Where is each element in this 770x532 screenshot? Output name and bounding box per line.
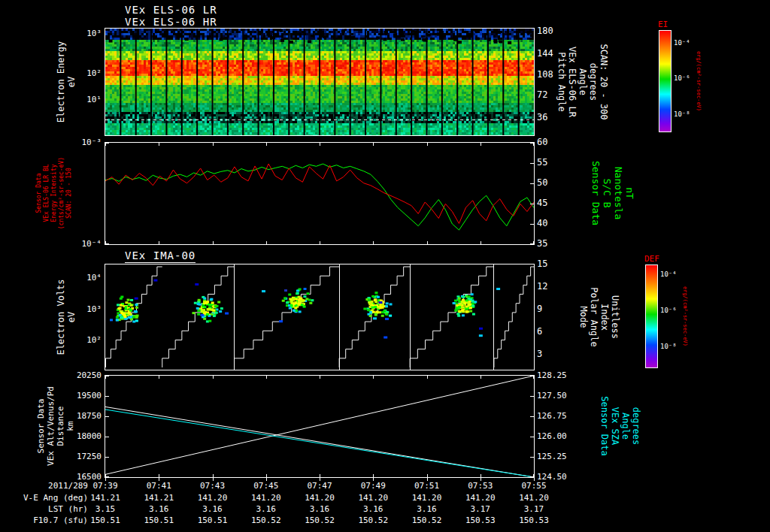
- bottom-row-value: 3.16: [405, 504, 450, 514]
- els-y-axis-label-line: eV: [66, 41, 77, 122]
- time-tick-label: 07:55: [511, 481, 556, 491]
- line2-y-axis-label: Sensor DataVEx ELS-06 LR BLEnergy Intens…: [35, 157, 73, 229]
- alt-left-tick-label: 20250: [0, 370, 102, 380]
- time-tick-mark: [159, 478, 159, 481]
- ima-right-axis-label: UnitlessIndexPolar AngleMode: [578, 287, 620, 346]
- alt-plot-canvas: [105, 376, 534, 477]
- line2-right-tick-label: 45: [537, 198, 547, 208]
- bottom-row-value: 3.16: [136, 504, 181, 514]
- ei-colorbar-unit-label-line: erg/(cm²-sr-sec-eV): [696, 51, 702, 111]
- els-left-tick-label: 10¹: [0, 95, 102, 104]
- els-plot-canvas: [105, 29, 534, 135]
- bottom-row-label: LST (hr): [0, 504, 88, 514]
- ima-left-tick-label: 10³: [0, 304, 102, 314]
- alt-y-axis-label: Sensor DataVEx Alt/Venus/PdDistancekm: [36, 386, 75, 466]
- ima-right-axis-label-line: Polar Angle: [589, 287, 599, 346]
- alt-y-axis-label-line: km: [65, 386, 75, 466]
- ei-colorbar-tick-label: 10⁻⁶: [674, 74, 690, 83]
- line2-right-tick-label: 35: [537, 239, 547, 249]
- bottom-row-value: 141.21: [83, 493, 128, 503]
- panel-title-ima: VEx IMA-00: [125, 249, 196, 263]
- date-label: 2011/289: [0, 481, 88, 491]
- alt-right-tick-label: 125.25: [537, 452, 567, 461]
- els-right-tick-label: 108: [537, 70, 553, 80]
- time-tick-mark: [427, 478, 428, 481]
- bottom-row-value: 3.15: [83, 504, 128, 514]
- bottom-row-value: 141.20: [350, 493, 396, 503]
- bottom-row-value: 3.16: [350, 504, 396, 514]
- els-y-axis-label: Electron EnergyeV: [56, 41, 77, 122]
- def-colorbar-tick-label: 10⁻⁶: [660, 307, 677, 315]
- els-right-axis-label-line: SCAN: 20 - 300: [599, 44, 609, 119]
- def-colorbar-unit-label: erg/(cm²-sr-sec-eV): [682, 286, 688, 346]
- time-tick-label: 07:49: [350, 481, 396, 491]
- time-tick-label: 07:53: [458, 481, 503, 491]
- ima-right-tick-label: 3: [537, 349, 542, 359]
- alt-y-axis-label-line: Sensor Data: [36, 386, 46, 466]
- def-colorbar-unit-label-line: erg/(cm²-sr-sec-eV): [682, 286, 688, 346]
- els-right-tick-label: 72: [537, 90, 547, 100]
- line2-right-axis-label-line: Sensor Data: [590, 161, 602, 225]
- def-colorbar: [645, 264, 658, 368]
- ima-right-tick-label: 9: [537, 304, 542, 314]
- line2-left-tick-label: 10⁻³: [0, 138, 102, 147]
- bottom-row-value: 3.17: [511, 504, 556, 514]
- alt-right-axis-label-line: Angle: [620, 396, 631, 455]
- alt-right-axis-label-line: Sensor Data: [599, 396, 610, 455]
- def-colorbar-tick-label: 10⁻⁴: [660, 271, 677, 279]
- bottom-row-value: 150.53: [458, 515, 503, 525]
- bottom-row-value: 141.20: [511, 493, 556, 503]
- els-left-tick-label: 10²: [0, 68, 102, 78]
- els-right-axis-label-line: degrees: [588, 44, 599, 119]
- els-right-tick-label: 36: [537, 113, 547, 122]
- time-tick-mark: [534, 478, 535, 481]
- line2-right-tick-label: 55: [537, 158, 547, 168]
- bottom-row-value: 141.20: [297, 493, 342, 503]
- time-tick-mark: [320, 478, 320, 481]
- time-tick-mark: [480, 478, 481, 481]
- line2-y-axis-label-line: VEx ELS-06 LR BL: [43, 157, 50, 229]
- bottom-row-value: 141.21: [136, 493, 181, 503]
- ei-colorbar-unit-label: erg/(cm²-sr-sec-eV): [696, 51, 702, 111]
- els-right-tick-label: 180: [537, 26, 553, 36]
- bottom-row-label: V-E Ang (deg): [0, 493, 88, 503]
- time-tick-label: 07:51: [405, 481, 450, 491]
- line2-right-axis-label-line: Nanotesla: [613, 161, 624, 225]
- time-tick-mark: [266, 478, 267, 481]
- line2-y-axis-label-line: SCAN: 20 - 150: [65, 157, 73, 229]
- bottom-row-value: 150.51: [136, 515, 181, 525]
- ima-y-axis-label: Electron VoltseV: [56, 279, 77, 355]
- time-tick-mark: [373, 478, 374, 481]
- bottom-row-value: 150.53: [511, 515, 556, 525]
- ima-right-tick-label: 15: [537, 259, 547, 269]
- bottom-row-value: 150.52: [297, 515, 342, 525]
- bottom-row-value: 3.16: [244, 504, 289, 514]
- line2-right-axis-label-line: S/C B: [602, 161, 613, 225]
- line2-right-tick-label: 40: [537, 219, 547, 228]
- els-right-axis-label: SCAN: 20 - 300degreesAngleVEx ELS-06 LRP…: [556, 44, 609, 119]
- els-left-tick-label: 10³: [0, 29, 102, 38]
- line2-y-axis-label-line: Energy Intensity: [50, 157, 58, 229]
- line2-panel: [105, 142, 535, 245]
- line2-right-tick-label: 50: [537, 178, 547, 188]
- bottom-row-value: 3.16: [297, 504, 342, 514]
- def-colorbar-title: DEF: [644, 254, 659, 264]
- time-tick-label: 07:45: [244, 481, 289, 491]
- alt-right-tick-label: 126.00: [537, 431, 567, 441]
- bottom-row-value: 3.17: [458, 504, 503, 514]
- line2-y-axis-label-line: Sensor Data: [35, 157, 43, 229]
- page-title-els-lr: VEx ELS-06 LR: [125, 4, 217, 16]
- els-right-axis-label-line: Pitch Angle: [556, 44, 567, 119]
- line2-left-tick-label: 10⁻⁴: [0, 239, 102, 249]
- ima-y-axis-label-line: Electron Volts: [56, 279, 66, 355]
- line2-right-tick-label: 60: [537, 138, 547, 147]
- alt-right-axis-label: degreesAngleVEx SZASensor Data: [599, 396, 641, 455]
- line2-plot-canvas: [105, 143, 534, 244]
- els-y-axis-label-line: Electron Energy: [56, 41, 66, 122]
- alt-y-axis-label-line: Distance: [56, 386, 65, 466]
- ei-colorbar: [659, 30, 671, 132]
- bottom-row-value: 150.51: [83, 515, 128, 525]
- els-right-tick-label: 144: [537, 49, 553, 59]
- bottom-row-value: 150.52: [405, 515, 450, 525]
- alt-right-tick-label: 128.25: [537, 370, 567, 380]
